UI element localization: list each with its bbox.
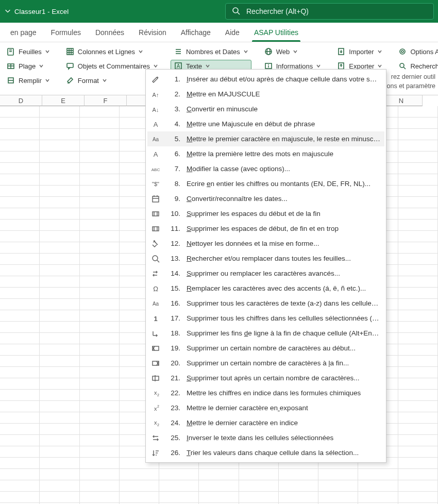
cell[interactable] xyxy=(0,242,40,253)
cell[interactable] xyxy=(0,220,40,230)
menu-item[interactable]: 13.Rechercher et/ou remplacer dans toute… xyxy=(147,251,384,266)
tab-en-page[interactable]: en page xyxy=(3,24,44,42)
cell[interactable] xyxy=(40,333,79,344)
cell[interactable] xyxy=(80,117,120,128)
column-header[interactable]: F xyxy=(85,95,127,106)
cell[interactable] xyxy=(398,106,438,117)
cell[interactable] xyxy=(40,356,79,366)
cell[interactable] xyxy=(40,140,79,151)
cell[interactable] xyxy=(0,174,40,185)
menu-item[interactable]: 9.Convertir/reconnaître les dates... xyxy=(147,191,384,206)
cell[interactable] xyxy=(0,276,40,287)
cell[interactable] xyxy=(398,367,438,378)
menu-item[interactable]: Ω15.Remplacer les caractères avec des ac… xyxy=(147,281,384,296)
cell[interactable] xyxy=(40,401,79,412)
tab-formules[interactable]: Formules xyxy=(44,24,88,42)
cell[interactable] xyxy=(40,435,79,446)
cell[interactable] xyxy=(80,378,120,389)
tab-révision[interactable]: Révision xyxy=(131,24,174,42)
cell[interactable] xyxy=(398,276,438,287)
cell[interactable] xyxy=(0,492,40,502)
cell[interactable] xyxy=(80,265,120,276)
cell[interactable] xyxy=(398,117,438,128)
cell[interactable] xyxy=(358,480,398,491)
cell[interactable] xyxy=(80,288,120,298)
grid-row[interactable] xyxy=(0,492,438,503)
menu-item[interactable]: Aa16.Supprimer tous les caractères de te… xyxy=(147,296,384,311)
cell[interactable] xyxy=(80,254,120,264)
cell[interactable] xyxy=(279,480,318,491)
cell[interactable] xyxy=(120,480,159,491)
cell[interactable] xyxy=(40,220,79,230)
cell[interactable] xyxy=(120,492,159,502)
cell[interactable] xyxy=(40,299,79,310)
cell[interactable] xyxy=(0,446,40,457)
cell[interactable] xyxy=(0,310,40,321)
cell[interactable] xyxy=(0,344,40,355)
cell[interactable] xyxy=(80,152,120,162)
cell[interactable] xyxy=(80,435,120,446)
cell[interactable] xyxy=(40,310,79,321)
cell[interactable] xyxy=(40,265,79,276)
cell[interactable] xyxy=(398,356,438,366)
cell[interactable] xyxy=(80,322,120,332)
cell[interactable] xyxy=(80,299,120,310)
cell[interactable] xyxy=(398,265,438,276)
cell[interactable] xyxy=(80,242,120,253)
web-button[interactable]: Web xyxy=(261,45,325,58)
cell[interactable] xyxy=(0,424,40,434)
cell[interactable] xyxy=(80,458,120,468)
cell[interactable] xyxy=(80,356,120,366)
cell[interactable] xyxy=(120,469,159,480)
menu-item[interactable]: 19.Supprimer un certain nombre de caract… xyxy=(147,341,384,356)
menu-item[interactable]: x224.Mettre le dernier caractère en indi… xyxy=(147,415,384,430)
cell[interactable] xyxy=(0,435,40,446)
cell[interactable] xyxy=(80,197,120,208)
tab-données[interactable]: Données xyxy=(88,24,131,42)
menu-item[interactable]: 25.Inverser le texte dans les cellules s… xyxy=(147,430,384,445)
cell[interactable] xyxy=(398,446,438,457)
cell[interactable] xyxy=(398,163,438,174)
cell[interactable] xyxy=(279,469,318,480)
grid-row[interactable] xyxy=(0,469,438,480)
cell[interactable] xyxy=(0,117,40,128)
cell[interactable] xyxy=(0,401,40,412)
cell[interactable] xyxy=(40,231,79,242)
plage-button[interactable]: Plage xyxy=(3,60,53,72)
cell[interactable] xyxy=(398,390,438,400)
cell[interactable] xyxy=(398,480,438,491)
cell[interactable] xyxy=(398,140,438,151)
options-asap-utilities-button[interactable]: Options ASAP Utilities xyxy=(395,45,438,58)
cell[interactable] xyxy=(40,208,79,219)
cell[interactable] xyxy=(40,163,79,174)
cell[interactable] xyxy=(239,469,279,480)
cell[interactable] xyxy=(0,333,40,344)
cell[interactable] xyxy=(0,458,40,468)
cell[interactable] xyxy=(40,367,79,378)
menu-item[interactable]: 117.Supprimer tous les chiffres dans les… xyxy=(147,311,384,326)
cell[interactable] xyxy=(398,458,438,468)
menu-item[interactable]: 20.Supprimer un certain nombre de caract… xyxy=(147,356,384,371)
cell[interactable] xyxy=(0,288,40,298)
cell[interactable] xyxy=(40,390,79,400)
cell[interactable] xyxy=(40,344,79,355)
cell[interactable] xyxy=(80,424,120,434)
cell[interactable] xyxy=(40,276,79,287)
cell[interactable] xyxy=(0,412,40,423)
cell[interactable] xyxy=(398,322,438,332)
menu-item[interactable]: A6.Mettre la première lettre des mots en… xyxy=(147,146,384,161)
cell[interactable] xyxy=(358,469,398,480)
cell[interactable] xyxy=(358,492,398,502)
menu-item[interactable]: A4.Mettre une Majuscule en début de phra… xyxy=(147,116,384,131)
cell[interactable] xyxy=(40,322,79,332)
cell[interactable] xyxy=(40,288,79,298)
cell[interactable] xyxy=(80,390,120,400)
cell[interactable] xyxy=(0,356,40,366)
cell[interactable] xyxy=(398,152,438,162)
cell[interactable] xyxy=(0,231,40,242)
cell[interactable] xyxy=(398,378,438,389)
cell[interactable] xyxy=(80,446,120,457)
tab-affichage[interactable]: Affichage xyxy=(174,24,218,42)
menu-item[interactable]: ABC7.Modifier la casse (avec options)... xyxy=(147,161,384,176)
cell[interactable] xyxy=(0,299,40,310)
